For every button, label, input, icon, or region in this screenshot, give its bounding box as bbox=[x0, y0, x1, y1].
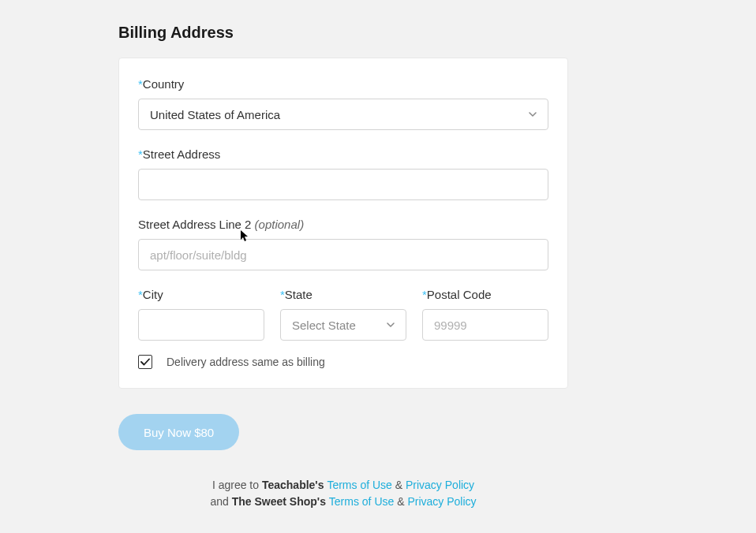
footer-company1: Teachable's bbox=[262, 479, 327, 491]
chevron-down-icon bbox=[387, 322, 395, 327]
delivery-same-checkbox[interactable] bbox=[138, 355, 152, 369]
street-label: *Street Address bbox=[138, 147, 548, 161]
country-value: United States of America bbox=[139, 99, 548, 131]
city-label: *City bbox=[138, 288, 264, 301]
delivery-same-label: Delivery address same as billing bbox=[167, 356, 325, 368]
city-label-text: City bbox=[143, 288, 163, 301]
state-label-text: State bbox=[285, 288, 313, 301]
street2-optional: (optional) bbox=[255, 218, 305, 231]
footer-agree: I agree to bbox=[212, 479, 262, 491]
country-select[interactable]: United States of America bbox=[138, 99, 548, 130]
footer-agreement: I agree to Teachable's Terms of Use & Pr… bbox=[118, 477, 568, 510]
check-icon bbox=[140, 358, 150, 366]
city-input[interactable] bbox=[138, 309, 264, 341]
teachable-terms-link[interactable]: Terms of Use bbox=[327, 479, 391, 491]
buy-now-button[interactable]: Buy Now $80 bbox=[118, 414, 239, 450]
footer-company2: The Sweet Shop's bbox=[232, 495, 329, 508]
postal-label: *Postal Code bbox=[422, 288, 548, 301]
state-select[interactable]: Select State bbox=[280, 309, 406, 341]
postal-label-text: Postal Code bbox=[427, 288, 492, 301]
street-label-text: Street Address bbox=[143, 147, 220, 161]
state-label: *State bbox=[280, 288, 406, 301]
street2-label: Street Address Line 2 (optional) bbox=[138, 218, 548, 231]
billing-address-card: *Country United States of America *Stree… bbox=[118, 58, 568, 389]
teachable-privacy-link[interactable]: Privacy Policy bbox=[406, 479, 474, 491]
street2-input[interactable] bbox=[138, 239, 548, 270]
footer-and: and bbox=[210, 495, 231, 508]
postal-input[interactable] bbox=[422, 309, 548, 341]
street-input[interactable] bbox=[138, 169, 548, 200]
billing-address-title: Billing Address bbox=[118, 24, 568, 42]
footer-amp2: & bbox=[394, 495, 407, 508]
sweetshop-terms-link[interactable]: Terms of Use bbox=[329, 495, 394, 508]
sweetshop-privacy-link[interactable]: Privacy Policy bbox=[407, 495, 476, 508]
chevron-down-icon bbox=[529, 112, 537, 117]
street2-label-text: Street Address Line 2 bbox=[138, 218, 255, 231]
footer-amp1: & bbox=[392, 479, 406, 491]
country-label-text: Country bbox=[143, 77, 185, 91]
country-label: *Country bbox=[138, 77, 548, 91]
